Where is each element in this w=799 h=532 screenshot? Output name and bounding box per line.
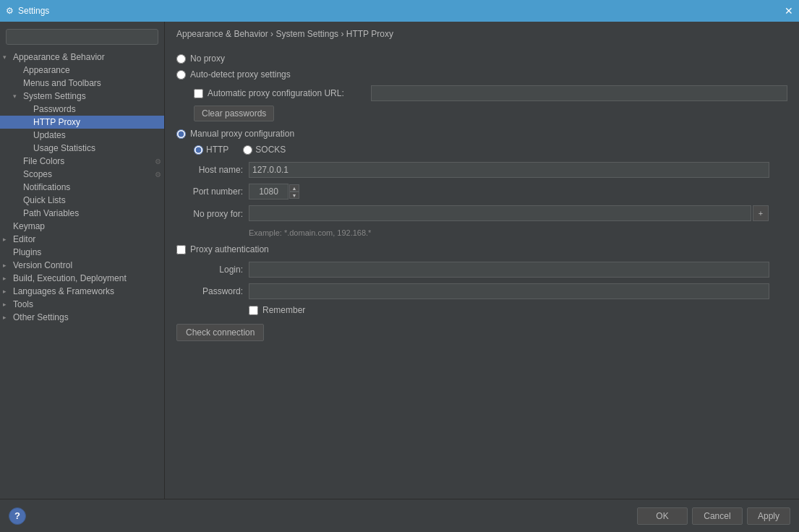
port-spinners: ▲ ▼: [289, 184, 299, 199]
bottom-bar: ? OK Cancel Apply: [0, 499, 799, 532]
close-button[interactable]: ✕: [785, 6, 793, 16]
sidebar-item-appearance-behavior[interactable]: Appearance & Behavior: [0, 51, 164, 64]
port-decrement-button[interactable]: ▼: [289, 192, 299, 199]
auto-config-url-input[interactable]: [371, 85, 787, 101]
auto-config-checkbox[interactable]: [194, 89, 203, 98]
sidebar-label-menus-toolbars: Menus and Toolbars: [23, 78, 161, 88]
manual-proxy-row: Manual proxy configuration: [176, 129, 787, 139]
sidebar-label-scopes: Scopes: [23, 169, 152, 179]
login-row: Login:: [176, 262, 787, 278]
http-socks-row: HTTP SOCKS: [194, 145, 787, 155]
sidebar-label-appearance-behavior: Appearance & Behavior: [13, 52, 161, 62]
sidebar-item-file-colors[interactable]: File Colors⚙: [0, 155, 164, 168]
no-proxy-add-button[interactable]: +: [753, 205, 769, 221]
help-button[interactable]: ?: [9, 507, 26, 525]
sidebar-item-quick-lists[interactable]: Quick Lists: [0, 194, 164, 207]
content-area: Appearance & Behavior › System Settings …: [165, 22, 799, 499]
no-proxy-for-label: No proxy for:: [176, 209, 249, 219]
sidebar-item-keymap[interactable]: Keymap: [0, 220, 164, 233]
cancel-button[interactable]: Cancel: [692, 507, 743, 525]
password-input[interactable]: [249, 283, 769, 299]
sidebar-item-updates[interactable]: Updates: [0, 129, 164, 142]
gear-icon-scopes: ⚙: [155, 171, 161, 179]
sidebar-item-languages-frameworks[interactable]: Languages & Frameworks: [0, 285, 164, 298]
settings-icon: ⚙: [6, 6, 14, 16]
sidebar-label-keymap: Keymap: [13, 221, 161, 231]
no-proxy-radio[interactable]: [176, 54, 186, 64]
proxy-auth-checkbox[interactable]: [176, 245, 186, 254]
arrow-icon-system-settings: [13, 93, 20, 100]
arrow-icon-version-control: [3, 262, 10, 269]
sidebar-item-http-proxy[interactable]: HTTP Proxy: [0, 116, 164, 129]
gear-icon-file-colors: ⚙: [155, 158, 161, 166]
sidebar-item-plugins[interactable]: Plugins: [0, 246, 164, 259]
sidebar-item-scopes[interactable]: Scopes⚙: [0, 168, 164, 181]
remember-label: Remember: [262, 305, 305, 315]
sidebar-label-tools: Tools: [13, 299, 161, 309]
sidebar-item-appearance[interactable]: Appearance: [0, 64, 164, 77]
sidebar-item-other-settings[interactable]: Other Settings: [0, 311, 164, 324]
arrow-icon-tools: [3, 301, 10, 308]
manual-proxy-radio[interactable]: [176, 129, 186, 139]
no-proxy-row: No proxy: [176, 53, 787, 64]
sidebar-label-version-control: Version Control: [13, 260, 161, 270]
sidebar-label-file-colors: File Colors: [23, 156, 152, 166]
check-connection-button[interactable]: Check connection: [176, 324, 264, 341]
login-input[interactable]: [249, 262, 769, 278]
search-input[interactable]: [6, 29, 158, 45]
port-increment-button[interactable]: ▲: [289, 184, 299, 192]
breadcrumb: Appearance & Behavior › System Settings …: [165, 22, 799, 45]
auto-detect-radio[interactable]: [176, 70, 186, 80]
remember-checkbox[interactable]: [249, 306, 258, 315]
clear-passwords-button[interactable]: Clear passwords: [194, 106, 274, 121]
port-number-label: Port number:: [176, 186, 249, 197]
sidebar-label-passwords: Passwords: [33, 104, 161, 114]
arrow-icon-build-execution: [3, 275, 10, 282]
no-proxy-for-input-row: +: [249, 205, 769, 221]
sidebar-item-version-control[interactable]: Version Control: [0, 259, 164, 272]
password-label: Password:: [176, 286, 249, 296]
sidebar-item-passwords[interactable]: Passwords: [0, 103, 164, 116]
sidebar-label-usage-statistics: Usage Statistics: [33, 143, 161, 153]
manual-proxy-label: Manual proxy configuration: [190, 129, 294, 139]
http-label: HTTP: [206, 145, 228, 155]
no-proxy-for-input[interactable]: [249, 205, 751, 221]
sidebar-label-system-settings: System Settings: [23, 91, 161, 101]
proxy-auth-row: Proxy authentication: [176, 244, 787, 254]
title-bar: ⚙ Settings ✕: [0, 0, 799, 22]
sidebar-item-build-execution[interactable]: Build, Execution, Deployment: [0, 272, 164, 285]
arrow-icon-languages-frameworks: [3, 288, 10, 295]
sidebar-item-system-settings[interactable]: System Settings: [0, 90, 164, 103]
sidebar-label-other-settings: Other Settings: [13, 312, 161, 322]
bottom-bar-buttons: OK Cancel Apply: [637, 507, 790, 525]
port-input-wrapper: ▲ ▼: [249, 184, 299, 200]
sidebar-item-menus-toolbars[interactable]: Menus and Toolbars: [0, 77, 164, 90]
sidebar-label-editor: Editor: [13, 234, 161, 244]
sidebar-label-plugins: Plugins: [13, 247, 161, 257]
proxy-auth-label: Proxy authentication: [190, 244, 269, 254]
arrow-icon-appearance-behavior: [3, 53, 10, 61]
sidebar-item-notifications[interactable]: Notifications: [0, 181, 164, 194]
sidebar-label-build-execution: Build, Execution, Deployment: [13, 273, 161, 283]
port-number-input[interactable]: [249, 184, 289, 200]
sidebar-item-path-variables[interactable]: Path Variables: [0, 207, 164, 220]
sidebar-label-quick-lists: Quick Lists: [23, 195, 161, 205]
socks-radio[interactable]: [243, 145, 252, 155]
sidebar: Appearance & BehaviorAppearanceMenus and…: [0, 22, 165, 499]
sidebar-label-http-proxy: HTTP Proxy: [33, 117, 161, 127]
host-name-input[interactable]: [249, 162, 769, 178]
http-radio[interactable]: [194, 145, 203, 155]
sidebar-item-editor[interactable]: Editor: [0, 233, 164, 246]
host-name-label: Host name:: [176, 165, 249, 175]
sidebar-item-tools[interactable]: Tools: [0, 298, 164, 311]
ok-button[interactable]: OK: [637, 507, 688, 525]
arrow-icon-editor: [3, 236, 10, 243]
sidebar-label-languages-frameworks: Languages & Frameworks: [13, 286, 161, 296]
password-row: Password:: [176, 283, 787, 299]
sidebar-item-usage-statistics[interactable]: Usage Statistics: [0, 142, 164, 155]
auto-detect-label: Auto-detect proxy settings: [190, 69, 291, 80]
port-number-row: Port number: ▲ ▼: [176, 184, 787, 200]
apply-button[interactable]: Apply: [747, 507, 790, 525]
arrow-icon-other-settings: [3, 314, 10, 321]
socks-label: SOCKS: [255, 145, 286, 155]
